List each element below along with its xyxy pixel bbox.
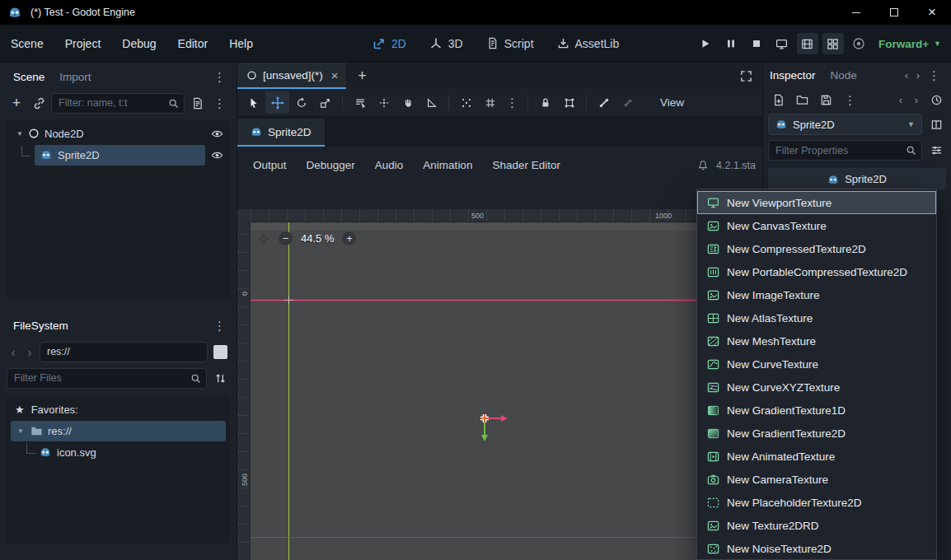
move-tool-button[interactable] [265,91,289,114]
frame-capture-button[interactable] [822,33,844,54]
tab-import[interactable]: Import [59,71,91,83]
smart-snap-button[interactable] [454,91,478,114]
property-filter-input[interactable] [768,140,922,161]
rotate-tool-button[interactable] [289,91,313,114]
object-selector[interactable]: Sprite2D ▼ [768,114,922,135]
tree-row-sprite2d[interactable]: Sprite2D [7,144,230,166]
visibility-icon[interactable] [211,128,223,140]
select-tool-button[interactable] [241,91,265,114]
tab-inspector[interactable]: Inspector [770,69,816,82]
dock-tab-left-icon[interactable]: ‹ [901,65,912,85]
new-scene-tab-button[interactable]: + [353,66,372,86]
tree-row-node2d[interactable]: ▼ Node2D [7,123,230,144]
sort-button[interactable] [210,368,230,388]
file-filter-input[interactable] [7,368,207,389]
file-row-res[interactable]: ▼ res:// [7,420,230,441]
scale-tool-button[interactable] [313,91,337,114]
bottom-tab-shader-editor[interactable]: Shader Editor [483,154,569,176]
inspector-section-sprite2d[interactable]: Sprite2D [768,168,946,190]
history-forward-icon[interactable]: › [911,90,922,110]
scene-tree-menu-icon[interactable]: ⋮ [209,97,230,110]
close-tab-icon[interactable]: × [331,68,339,82]
menu-item-new-compressedtexture2d[interactable]: New CompressedTexture2D [697,237,936,260]
movie-maker-toggle[interactable] [848,33,869,54]
menu-editor[interactable]: Editor [167,37,219,50]
menu-item-new-gradienttexture2d[interactable]: New GradientTexture2D [697,422,936,445]
minimize-button[interactable] [837,0,875,25]
bottom-tab-animation[interactable]: Animation [414,154,481,176]
pivot-tool-button[interactable] [372,91,396,114]
zoom-level[interactable]: 44.5 % [301,232,334,245]
select-list-button[interactable] [348,91,372,114]
notification-bell-icon[interactable] [697,160,709,171]
inspector-dock-menu-icon[interactable]: ⋮ [924,69,944,82]
tab-node[interactable]: Node [831,69,857,82]
skeleton-button[interactable] [592,91,616,114]
ruler-tool-button[interactable] [419,91,443,114]
center-view-icon[interactable] [257,232,270,245]
menu-item-new-imagetexture[interactable]: New ImageTexture [697,283,936,306]
menu-item-new-viewporttexture[interactable]: New ViewportTexture [697,191,936,214]
version-label[interactable]: 4.2.1.sta [716,160,756,171]
play-button[interactable] [695,33,716,54]
dock-tab-right-icon[interactable]: › [912,65,924,85]
nav-forward-icon[interactable]: › [23,342,36,362]
workspace-script[interactable]: Script [475,37,546,50]
menu-item-new-gradienttexture1d[interactable]: New GradientTexture1D [697,399,936,422]
menu-project[interactable]: Project [54,37,112,50]
workspace-assetlib[interactable]: AssetLib [546,37,631,50]
close-button[interactable]: × [913,0,951,25]
file-row-iconsvg[interactable]: icon.svg [7,441,230,463]
bottom-tab-audio[interactable]: Audio [366,154,413,176]
menu-item-new-texture2drd[interactable]: New Texture2DRD [697,514,936,537]
instance-scene-button[interactable] [29,93,49,113]
menu-item-new-canvastexture[interactable]: New CanvasTexture [697,214,936,237]
menu-item-new-animatedtexture[interactable]: New AnimatedTexture [697,445,936,468]
zoom-out-button[interactable]: − [279,231,293,245]
path-input[interactable] [40,342,208,362]
menu-item-new-curvexyztexture[interactable]: New CurveXYZTexture [697,376,936,399]
expand-viewport-button[interactable] [736,66,756,86]
skeleton-options-button[interactable] [616,91,639,114]
bottom-tab-debugger[interactable]: Debugger [297,154,364,176]
workspace-3d[interactable]: 3D [418,37,475,50]
menu-item-new-placeholdertexture2d[interactable]: New PlaceholderTexture2D [697,491,936,514]
visibility-icon[interactable] [211,149,223,161]
maximize-button[interactable] [875,0,913,25]
favorites-row[interactable]: ★ Favorites: [7,399,230,420]
scene-filter-input[interactable] [51,93,185,114]
menu-help[interactable]: Help [218,37,264,50]
scene-tab-unsaved[interactable]: [unsaved](*) × [237,63,346,89]
menu-item-new-atlastexture[interactable]: New AtlasTexture [697,306,936,329]
renderer-selector[interactable]: Forward+ ▼ [874,38,946,50]
menu-debug[interactable]: Debug [111,37,166,50]
nav-back-icon[interactable]: ‹ [7,342,20,362]
view-menu-button[interactable]: View [651,91,693,114]
tab-sprite2d[interactable]: Sprite2D [237,119,325,147]
collapse-icon[interactable]: ▼ [16,427,26,435]
lock-button[interactable] [533,91,557,114]
viewport-canvas[interactable]: 500 1000 0 500 − 44.5 % + [237,209,762,560]
save-resource-button[interactable] [816,90,836,110]
snap-options-icon[interactable]: ⋮ [502,96,522,109]
pan-tool-button[interactable] [396,91,419,114]
stop-button[interactable] [746,33,767,54]
grid-snap-button[interactable] [478,91,502,114]
collapse-icon[interactable]: ▼ [15,130,25,138]
scene-dock-menu-icon[interactable]: ⋮ [209,71,230,83]
filesystem-menu-icon[interactable]: ⋮ [209,320,230,332]
bottom-tab-output[interactable]: Output [244,154,296,176]
attach-script-button[interactable] [187,93,207,113]
menu-item-new-portablecompressedtexture2d[interactable]: New PortableCompressedTexture2D [697,260,936,283]
new-resource-button[interactable] [768,90,788,110]
split-mode-button[interactable] [213,345,227,359]
history-back-icon[interactable]: ‹ [895,90,906,110]
add-node-button[interactable]: + [7,93,26,113]
menu-scene[interactable]: Scene [0,37,54,50]
workspace-2d[interactable]: 2D [361,37,418,50]
resource-menu-icon[interactable]: ⋮ [840,94,860,106]
history-icon[interactable] [926,90,946,110]
load-resource-button[interactable] [792,90,812,110]
menu-item-new-curvetexture[interactable]: New CurveTexture [697,352,936,376]
property-options-button[interactable] [926,141,946,161]
